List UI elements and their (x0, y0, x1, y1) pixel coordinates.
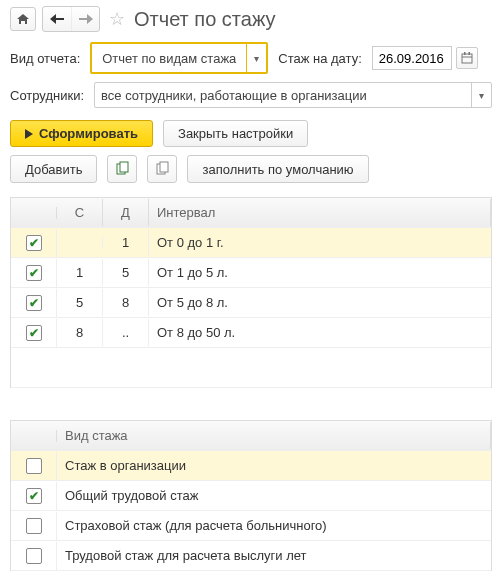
cell-d: 8 (103, 289, 149, 316)
star-icon: ☆ (109, 9, 125, 29)
table-row[interactable]: Стаж в организации (11, 451, 491, 481)
intervals-table: С Д Интервал 1От 0 до 1 г.15От 1 до 5 л.… (10, 197, 492, 388)
cell-d: 5 (103, 259, 149, 286)
play-icon (25, 129, 33, 139)
calendar-icon (461, 52, 473, 64)
copy-button[interactable] (107, 155, 137, 183)
employees-label: Сотрудники: (10, 88, 84, 103)
stages-header-label: Вид стажа (57, 422, 491, 449)
table-row[interactable]: 1От 0 до 1 г. (11, 228, 491, 258)
arrow-left-icon (50, 14, 64, 24)
home-icon (16, 12, 30, 26)
action-row-secondary: Добавить заполнить по умолчанию (0, 155, 502, 191)
home-button[interactable] (10, 7, 36, 31)
row-checkbox[interactable] (26, 488, 42, 504)
svg-rect-5 (120, 162, 128, 172)
intervals-header-d: Д (103, 199, 149, 226)
duplicate-button[interactable] (147, 155, 177, 183)
svg-rect-7 (160, 162, 168, 172)
arrow-right-icon (79, 14, 93, 24)
intervals-header-s: С (57, 199, 103, 226)
action-row-primary: Сформировать Закрыть настройки (0, 112, 502, 155)
cell-stage-label: Стаж в организации (57, 452, 491, 479)
cell-s: 5 (57, 289, 103, 316)
cell-s: 8 (57, 319, 103, 346)
close-settings-button[interactable]: Закрыть настройки (163, 120, 308, 147)
report-type-combo[interactable]: Отчет по видам стажа ▾ (90, 42, 268, 74)
row-checkbox[interactable] (26, 548, 42, 564)
cell-interval: От 5 до 8 л. (149, 289, 491, 316)
table-row[interactable]: Страховой стаж (для расчета больничного) (11, 511, 491, 541)
cell-s (57, 237, 103, 249)
report-type-label: Вид отчета: (10, 51, 80, 66)
svg-rect-3 (468, 52, 470, 55)
row-checkbox[interactable] (26, 458, 42, 474)
cell-interval: От 1 до 5 л. (149, 259, 491, 286)
dropdown-icon[interactable]: ▾ (246, 44, 266, 72)
table-row[interactable]: Общий трудовой стаж (11, 481, 491, 511)
table-row[interactable]: 58От 5 до 8 л. (11, 288, 491, 318)
row-checkbox[interactable] (26, 518, 42, 534)
row-checkbox[interactable] (26, 235, 42, 251)
table-row[interactable]: 8..От 8 до 50 л. (11, 318, 491, 348)
row-checkbox[interactable] (26, 265, 42, 281)
row-checkbox[interactable] (26, 325, 42, 341)
close-settings-label: Закрыть настройки (178, 126, 293, 141)
fill-defaults-label: заполнить по умолчанию (202, 162, 353, 177)
cell-s: 1 (57, 259, 103, 286)
window-toolbar: ☆ Отчет по стажу (0, 0, 502, 38)
stages-table: Вид стажа Стаж в организацииОбщий трудов… (10, 420, 492, 571)
svg-rect-0 (462, 54, 472, 63)
cell-stage-label: Трудовой стаж для расчета выслуги лет (57, 542, 491, 569)
employees-combo[interactable]: все сотрудники, работающие в организации… (94, 82, 492, 108)
cell-stage-label: Страховой стаж (для расчета больничного) (57, 512, 491, 539)
forward-button[interactable] (71, 7, 99, 31)
generate-button[interactable]: Сформировать (10, 120, 153, 147)
cell-d: .. (103, 319, 149, 346)
dropdown-icon[interactable]: ▾ (471, 83, 491, 107)
copy-icon (114, 161, 130, 177)
stages-header-row: Вид стажа (11, 421, 491, 451)
add-button[interactable]: Добавить (10, 155, 97, 183)
page-title: Отчет по стажу (134, 8, 275, 31)
generate-button-label: Сформировать (39, 126, 138, 141)
pages-icon (154, 161, 170, 177)
table-row[interactable]: Трудовой стаж для расчета выслуги лет (11, 541, 491, 571)
empty-row (11, 348, 491, 388)
date-label: Стаж на дату: (278, 51, 362, 66)
cell-d: 1 (103, 229, 149, 256)
cell-interval: От 0 до 1 г. (149, 229, 491, 256)
table-row[interactable]: 15От 1 до 5 л. (11, 258, 491, 288)
employees-value: все сотрудники, работающие в организации (95, 83, 471, 107)
intervals-header-interval: Интервал (149, 199, 491, 226)
svg-rect-2 (464, 52, 466, 55)
date-field (372, 46, 478, 70)
back-button[interactable] (43, 7, 71, 31)
fill-defaults-button[interactable]: заполнить по умолчанию (187, 155, 368, 183)
cell-stage-label: Общий трудовой стаж (57, 482, 491, 509)
calendar-button[interactable] (456, 47, 478, 69)
report-type-value: Отчет по видам стажа (96, 44, 246, 72)
row-checkbox[interactable] (26, 295, 42, 311)
cell-interval: От 8 до 50 л. (149, 319, 491, 346)
intervals-header-row: С Д Интервал (11, 198, 491, 228)
date-input[interactable] (372, 46, 452, 70)
nav-group (42, 6, 100, 32)
filter-row-report-type: Вид отчета: Отчет по видам стажа ▾ Стаж … (0, 38, 502, 78)
favorite-star[interactable]: ☆ (106, 8, 128, 30)
filter-row-employees: Сотрудники: все сотрудники, работающие в… (0, 78, 502, 112)
add-button-label: Добавить (25, 162, 82, 177)
